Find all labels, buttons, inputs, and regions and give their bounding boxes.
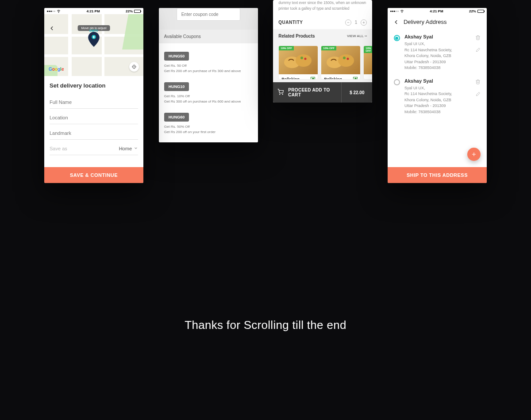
coupon-list: HUNG50 Get Rs. 50 Off Get Rs 200 off on … xyxy=(159,43,258,142)
coupon-code-badge: HUNG60 xyxy=(164,113,189,122)
quantity-value: 1 xyxy=(355,20,358,25)
address-line: Khora Colony, Noida, GZB xyxy=(404,53,471,59)
signal-icon xyxy=(390,11,399,12)
wifi-icon xyxy=(57,9,61,13)
quantity-label: QUANTITY xyxy=(278,20,303,25)
svg-point-18 xyxy=(347,57,349,60)
google-logo: Google xyxy=(49,67,64,72)
svg-point-3 xyxy=(134,66,135,67)
address-radio[interactable] xyxy=(394,35,400,41)
product-image: 10% OFF xyxy=(321,46,360,74)
full-name-field[interactable] xyxy=(50,93,138,109)
product-card[interactable]: 10% OFF Fast Food xyxy=(363,46,372,80)
svg-point-14 xyxy=(304,57,307,60)
coupon-item[interactable]: HUNG50 Get Rs. 50 Off Get Rs 200 off on … xyxy=(164,51,253,74)
available-coupons-header: Available Coupons xyxy=(159,30,258,43)
veg-icon xyxy=(311,77,315,80)
wifi-icon xyxy=(400,9,404,13)
address-line: Rc 114 Navchetna Society, xyxy=(404,91,471,97)
svg-point-12 xyxy=(296,54,312,67)
address-list: Akshay Syal Syal UI UX, Rc 114 Navchetna… xyxy=(388,30,487,167)
product-card[interactable]: 10% OFF Rollsking Fast Food $ 22.00 xyxy=(321,46,361,80)
address-item[interactable]: Akshay Syal Syal UI UX, Rc 114 Navchetna… xyxy=(394,78,481,115)
address-name: Akshay Syal xyxy=(404,34,471,39)
coupon-code-badge: HUNG10 xyxy=(164,82,189,91)
signal-icon xyxy=(47,11,55,12)
svg-point-21 xyxy=(402,12,402,12)
coupon-line: Get Rs. 50% Off xyxy=(164,124,253,130)
qty-plus-button[interactable] xyxy=(361,19,367,26)
svg-point-13 xyxy=(300,57,303,59)
svg-point-19 xyxy=(280,94,280,95)
save-as-label: Save as xyxy=(50,146,67,151)
page-title: Delivery Address xyxy=(404,19,447,25)
address-line: Syal UI UX, xyxy=(404,41,471,47)
screen-product-cart: dummy text ever since the 1500s, when an… xyxy=(273,0,372,103)
product-title: Rollsking xyxy=(324,77,342,80)
ship-to-address-button[interactable]: SHIP TO THIS ADDRESS xyxy=(388,167,487,183)
related-products-title: Related Products xyxy=(278,34,315,38)
save-continue-button[interactable]: SAVE & CONTINUE xyxy=(44,167,143,183)
back-icon[interactable] xyxy=(49,25,55,33)
address-line: Mobile: 7838504038 xyxy=(404,109,471,115)
delete-address-icon[interactable] xyxy=(475,78,481,86)
offer-badge: 10% OFF xyxy=(364,46,372,53)
coupon-line: Get Rs. 10% Off xyxy=(164,94,253,99)
save-as-selector[interactable]: Save as Home xyxy=(50,140,138,155)
locate-me-button[interactable] xyxy=(129,62,139,72)
address-name: Akshay Syal xyxy=(404,78,471,84)
status-bar: 4:21 PM 22% xyxy=(388,8,487,14)
product-image: 10% OFF xyxy=(364,46,372,74)
edit-address-icon[interactable] xyxy=(475,91,481,99)
location-field[interactable] xyxy=(50,109,138,124)
coupon-line: Get Rs 200 off on your first order xyxy=(164,130,253,135)
coupon-code-badge: HUNG50 xyxy=(164,52,189,61)
svg-point-0 xyxy=(58,12,59,12)
coupon-line: Get Rs 200 off on purchase of Rs 300 and… xyxy=(164,69,253,74)
address-radio[interactable] xyxy=(394,79,400,85)
coupon-line: Get Rs. 50 Off xyxy=(164,63,253,69)
save-as-value: Home xyxy=(119,146,132,151)
qty-minus-button[interactable] xyxy=(345,19,351,26)
status-battery-pct: 22% xyxy=(469,9,476,13)
coupon-code-input[interactable] xyxy=(177,8,240,21)
coupon-item[interactable]: HUNG10 Get Rs. 10% Off Get Rs 300 off on… xyxy=(164,82,253,104)
proceed-add-to-cart-button[interactable]: PROCEED ADD TO CART xyxy=(273,82,341,103)
status-battery-pct: 22% xyxy=(126,9,133,13)
cart-total: $ 22.00 xyxy=(341,82,372,103)
address-item[interactable]: Akshay Syal Syal UI UX, Rc 114 Navchetna… xyxy=(394,34,481,71)
coupon-item[interactable]: HUNG60 Get Rs. 50% Off Get Rs 200 off on… xyxy=(164,112,253,135)
chevron-down-icon xyxy=(134,146,138,151)
address-line: Rc 114 Navchetna Society, xyxy=(404,47,471,53)
svg-point-17 xyxy=(343,57,346,59)
landmark-field[interactable] xyxy=(50,124,138,140)
veg-icon xyxy=(353,77,358,80)
add-address-button[interactable] xyxy=(467,148,481,161)
back-icon[interactable] xyxy=(393,19,399,25)
status-bar: 4:21 PM 22% xyxy=(44,8,143,14)
coupon-line: Get Rs 300 off on purchase of Rs 600 and… xyxy=(164,99,253,104)
view-all-link[interactable]: VIEW ALL ›› xyxy=(347,34,367,38)
related-products-row[interactable]: 10% OFF Rollsking Fast Food $ 22.00 xyxy=(273,43,372,83)
product-card[interactable]: 10% OFF Rollsking Fast Food $ 22.00 xyxy=(278,46,318,80)
quantity-stepper[interactable]: 1 xyxy=(345,19,367,26)
status-time: 4:21 PM xyxy=(86,9,100,13)
product-image: 10% OFF xyxy=(279,46,318,74)
form-title: Set delivery location xyxy=(50,82,138,89)
address-line: Khora Colony, Noida, GZB xyxy=(404,97,471,103)
product-title: Rollsking xyxy=(281,77,300,80)
address-line: Uttar Pradesh - 201309 xyxy=(404,59,471,65)
battery-icon xyxy=(134,10,141,13)
screen-set-location: 4:21 PM 22% Move pin to adjust EMTV xyxy=(44,8,143,183)
delete-address-icon[interactable] xyxy=(475,34,481,42)
product-description: dummy text ever since the 1500s, when an… xyxy=(273,0,372,16)
proceed-label: PROCEED ADD TO CART xyxy=(288,88,337,97)
map-view[interactable]: Move pin to adjust EMTV Google xyxy=(44,14,143,76)
svg-point-16 xyxy=(338,54,354,67)
cart-icon xyxy=(277,89,284,96)
edit-address-icon[interactable] xyxy=(475,46,481,54)
status-time: 4:21 PM xyxy=(430,9,443,13)
map-pin-icon[interactable] xyxy=(88,32,100,49)
screen-delivery-address: 4:21 PM 22% Delivery Address Akshay Syal… xyxy=(388,8,487,183)
battery-icon xyxy=(477,10,484,13)
